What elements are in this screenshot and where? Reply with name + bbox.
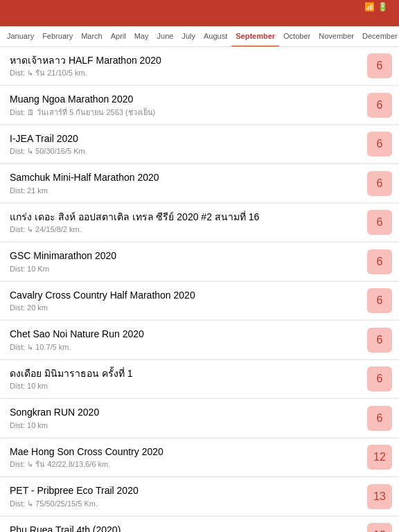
race-badge: 6 <box>367 171 392 196</box>
race-item[interactable]: ดงเดือย มินิมาราธอน ครั้งที่ 1Dist: 10 k… <box>0 360 399 398</box>
race-title: Cavalry Cross Country Half Marathon 2020 <box>10 289 364 301</box>
race-title: Muang Ngoa Marathon 2020 <box>10 93 364 105</box>
race-item[interactable]: Samchuk Mini-Half Marathon 2020Dist: 21 … <box>0 164 399 202</box>
race-badge: 6 <box>367 366 392 391</box>
month-tab-july[interactable]: July <box>177 26 200 47</box>
race-title: Mae Hong Son Cross Country 2020 <box>10 445 364 458</box>
race-dist: Dist: 🗓 วันเสาร์ที่ 5 กันยายน 2563 (ช่วง… <box>10 107 364 117</box>
race-item[interactable]: Phu Ruea Trail 4th (2020)Dist: ↳ 32.5/20… <box>0 517 399 532</box>
race-title: PET - Pribpree Eco Trail 2020 <box>10 484 364 497</box>
race-dist: Dist: 10 km <box>10 420 364 430</box>
month-tab-december[interactable]: December <box>358 26 399 47</box>
race-dist: Dist: 10 km <box>10 381 364 391</box>
race-title: I-JEA Trail 2020 <box>10 132 364 145</box>
race-item[interactable]: Mae Hong Son Cross Country 2020Dist: ↳ ร… <box>0 438 399 476</box>
month-tab-october[interactable]: October <box>279 26 314 47</box>
race-dist: Dist: 10 Km <box>10 264 364 274</box>
month-tab-november[interactable]: November <box>314 26 358 47</box>
race-item[interactable]: หาดเจ้าหลาว HALF Marathon 2020Dist: ↳ รั… <box>0 47 399 85</box>
race-badge: 6 <box>367 93 392 118</box>
race-title: GSC Minimarathon 2020 <box>10 249 364 262</box>
page-header <box>0 14 399 26</box>
race-item[interactable]: GSC Minimarathon 2020Dist: 10 Km6 <box>0 242 399 280</box>
month-tabs[interactable]: JanuaryFebruaryMarchAprilMayJuneJulyAugu… <box>0 26 399 47</box>
race-dist: Dist: ↳ รัน 42/22.8/13.6/6 km. <box>10 459 364 469</box>
race-item[interactable]: Muang Ngoa Marathon 2020Dist: 🗓 วันเสาร์… <box>0 86 399 123</box>
month-tab-august[interactable]: August <box>200 26 231 47</box>
month-tab-june[interactable]: June <box>153 26 178 47</box>
month-tab-february[interactable]: February <box>38 26 77 47</box>
race-badge: 6 <box>367 53 392 78</box>
month-tab-january[interactable]: January <box>3 26 38 47</box>
race-dist: Dist: 21 km <box>10 186 364 195</box>
race-badge: 13 <box>367 523 392 532</box>
race-title: หาดเจ้าหลาว HALF Marathon 2020 <box>10 54 364 66</box>
race-badge: 6 <box>367 406 392 431</box>
race-dist: Dist: ↳ 10.7/5 km. <box>10 342 364 352</box>
race-dist: Dist: ↳ รัน 21/10/5 km. <box>10 68 364 78</box>
race-title: ดงเดือย มินิมาราธอน ครั้งที่ 1 <box>10 367 364 380</box>
wifi-icon: 📶 <box>364 2 375 12</box>
month-tab-march[interactable]: March <box>77 26 107 47</box>
status-bar: 📶 🔋 <box>0 0 399 14</box>
race-item[interactable]: Songkran RUN 2020Dist: 10 km6 <box>0 399 399 436</box>
race-badge: 6 <box>367 288 392 313</box>
race-title: แกร่ง เดอะ สิงห์ ออปสตาเติล เทรล ซีรีย์ … <box>10 211 364 223</box>
month-tab-april[interactable]: April <box>107 26 130 47</box>
race-title: Songkran RUN 2020 <box>10 406 364 418</box>
race-badge: 6 <box>367 328 392 353</box>
race-title: Samchuk Mini-Half Marathon 2020 <box>10 171 364 184</box>
race-item[interactable]: PET - Pribpree Eco Trail 2020Dist: ↳ 75/… <box>0 477 399 515</box>
race-badge: 6 <box>367 210 392 235</box>
race-list: หาดเจ้าหลาว HALF Marathon 2020Dist: ↳ รั… <box>0 47 399 532</box>
month-tab-may[interactable]: May <box>130 26 153 47</box>
race-dist: Dist: ↳ 50/30/16/5 Km. <box>10 146 364 156</box>
month-tab-september[interactable]: September <box>231 26 279 47</box>
race-item[interactable]: I-JEA Trail 2020Dist: ↳ 50/30/16/5 Km.6 <box>0 125 399 163</box>
race-badge: 12 <box>367 445 392 470</box>
race-badge: 6 <box>367 132 392 157</box>
race-badge: 13 <box>367 484 392 509</box>
race-item[interactable]: แกร่ง เดอะ สิงห์ ออปสตาเติล เทรล ซีรีย์ … <box>0 204 399 241</box>
race-badge: 6 <box>367 249 392 274</box>
race-item[interactable]: Cavalry Cross Country Half Marathon 2020… <box>0 282 399 319</box>
status-right: 📶 🔋 <box>364 2 391 12</box>
race-title: Phu Ruea Trail 4th (2020) <box>10 524 364 532</box>
battery-icon: 🔋 <box>378 2 388 12</box>
race-dist: Dist: ↳ 24/15/8/2 km. <box>10 224 364 234</box>
race-item[interactable]: Chet Sao Noi Nature Run 2020Dist: ↳ 10.7… <box>0 321 399 358</box>
race-dist: Dist: ↳ 75/50/25/15/5 Km. <box>10 499 364 508</box>
race-dist: Dist: 20 km <box>10 303 364 312</box>
race-title: Chet Sao Noi Nature Run 2020 <box>10 328 364 340</box>
